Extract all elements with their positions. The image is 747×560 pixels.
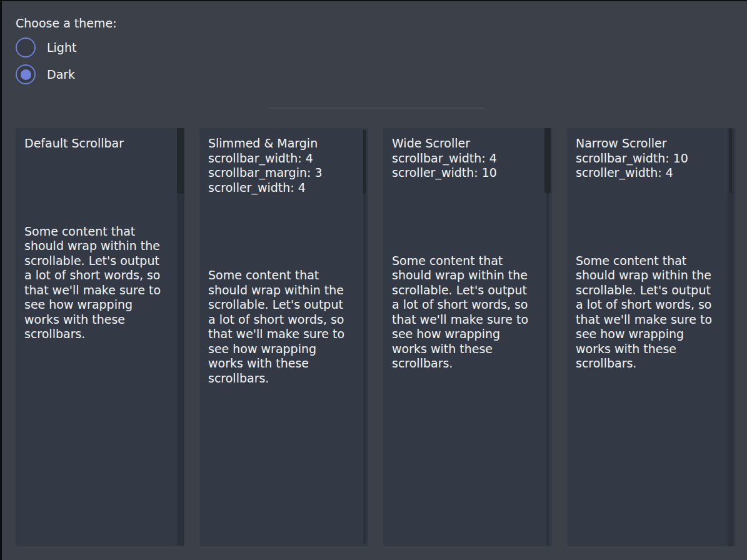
theme-option-light[interactable]: Light	[16, 38, 76, 58]
theme-option-dark-label: Dark	[47, 67, 75, 82]
panel-body-text: Some content that should wrap within the…	[24, 224, 167, 342]
spacer	[576, 181, 718, 254]
spacer	[392, 181, 534, 254]
panel-title: Default Scrollbar	[24, 136, 167, 151]
scrollbar-thumb[interactable]	[544, 128, 551, 193]
panel-content: Slimmed & Margin scrollbar_width: 4 scro…	[199, 128, 368, 386]
panel-title: Narrow Scroller scrollbar_width: 10 scro…	[576, 136, 718, 181]
main-window: Choose a theme: Light Dark Default Scrol…	[0, 0, 747, 560]
scroll-panel-default[interactable]: Default Scrollbar Some content that shou…	[16, 128, 184, 546]
panel-body-text: Some content that should wrap within the…	[208, 268, 351, 386]
panel-body-text: Some content that should wrap within the…	[576, 254, 718, 371]
panel-content: Wide Scroller scrollbar_width: 4 scrolle…	[383, 128, 552, 371]
panel-title: Slimmed & Margin scrollbar_width: 4 scro…	[208, 136, 351, 195]
scroll-panel-slimmed-margin[interactable]: Slimmed & Margin scrollbar_width: 4 scro…	[199, 128, 368, 546]
scroll-panel-wide-scroller[interactable]: Wide Scroller scrollbar_width: 4 scrolle…	[383, 128, 552, 546]
scroll-panel-narrow-scroller[interactable]: Narrow Scroller scrollbar_width: 10 scro…	[567, 128, 736, 546]
theme-chooser: Choose a theme: Light Dark	[16, 16, 117, 84]
radio-unchecked-icon[interactable]	[16, 38, 36, 58]
scrollbar-thumb[interactable]	[177, 128, 184, 194]
app-window: { "theme_chooser": { "label": "Choose a …	[0, 0, 747, 560]
scrollbar-demo-panels: Default Scrollbar Some content that shou…	[16, 128, 736, 546]
horizontal-separator	[269, 108, 484, 109]
panel-title: Wide Scroller scrollbar_width: 4 scrolle…	[392, 136, 534, 181]
scrollbar-thumb[interactable]	[729, 128, 732, 193]
spacer	[208, 195, 351, 268]
theme-option-dark[interactable]: Dark	[16, 64, 75, 84]
panel-body-text: Some content that should wrap within the…	[392, 254, 534, 371]
panel-content: Default Scrollbar Some content that shou…	[16, 128, 184, 342]
radio-dot	[21, 69, 31, 80]
spacer	[24, 151, 167, 224]
panel-content: Narrow Scroller scrollbar_width: 10 scro…	[567, 128, 736, 371]
theme-option-light-label: Light	[47, 40, 76, 55]
radio-checked-icon[interactable]	[16, 64, 36, 84]
scrollbar-thumb[interactable]	[363, 130, 366, 194]
theme-chooser-label: Choose a theme:	[16, 16, 117, 31]
